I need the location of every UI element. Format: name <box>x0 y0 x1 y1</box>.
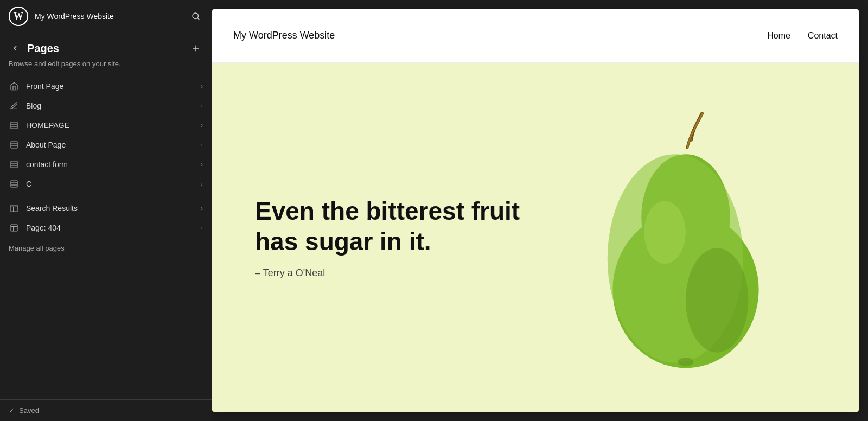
main-content: My WordPress Website Home Contact Even t… <box>212 9 859 412</box>
svg-point-3 <box>193 13 199 19</box>
saved-label: Saved <box>19 406 39 414</box>
manage-all-pages-link[interactable]: Manage all pages <box>0 238 212 259</box>
chevron-icon: › <box>201 161 203 168</box>
layout-icon <box>9 141 20 149</box>
page-item-front-page[interactable]: Front Page › <box>0 76 212 96</box>
svg-rect-7 <box>11 122 17 129</box>
svg-rect-10 <box>11 142 17 148</box>
list-divider <box>9 196 203 196</box>
page-item-contact-form[interactable]: contact form › <box>0 155 212 174</box>
chevron-icon: › <box>201 141 203 149</box>
check-icon: ✓ <box>9 406 15 414</box>
hero-text: Even the bitterest fruit has sugar in it… <box>255 196 816 278</box>
page-item-blog[interactable]: Blog › <box>0 96 212 116</box>
page-label: HOMEPAGE <box>26 121 194 130</box>
page-item-about[interactable]: About Page › <box>0 135 212 155</box>
page-label: About Page <box>26 141 194 149</box>
page-label: Blog <box>26 101 194 110</box>
page-item-search-results[interactable]: Search Results › <box>0 199 212 218</box>
site-name: My WordPress Website <box>233 30 335 41</box>
chevron-icon: › <box>201 82 203 90</box>
chevron-icon: › <box>201 102 203 110</box>
wordpress-logo: W <box>9 7 28 26</box>
layout-icon <box>9 180 20 188</box>
sidebar-footer: ✓ Saved <box>0 399 212 421</box>
layout-icon <box>9 121 20 130</box>
svg-rect-16 <box>11 181 17 187</box>
layout-icon <box>9 160 20 169</box>
back-button[interactable] <box>9 42 22 55</box>
svg-rect-22 <box>11 225 17 231</box>
home-icon <box>9 82 20 91</box>
page-label: contact form <box>26 160 194 169</box>
svg-point-30 <box>678 358 694 366</box>
svg-line-4 <box>197 18 199 20</box>
page-label: Search Results <box>26 204 194 213</box>
panel-title: Pages <box>27 42 183 55</box>
page-label: Front Page <box>26 82 194 91</box>
search-button[interactable] <box>189 9 203 23</box>
hero-quote: Even the bitterest fruit has sugar in it… <box>255 196 526 256</box>
pages-list: Front Page › Blog › HOMEPAGE <box>0 76 212 399</box>
chevron-icon: › <box>201 224 203 232</box>
page-item-c[interactable]: C › <box>0 174 212 194</box>
site-header: My WordPress Website Home Contact <box>212 9 859 63</box>
nav-home[interactable]: Home <box>767 31 790 41</box>
hero-section: Even the bitterest fruit has sugar in it… <box>212 63 859 412</box>
chevron-icon: › <box>201 180 203 188</box>
panel-description: Browse and edit pages on your site. <box>0 60 212 76</box>
chevron-icon: › <box>201 122 203 129</box>
chevron-icon: › <box>201 205 203 212</box>
add-page-button[interactable] <box>189 41 203 55</box>
hero-attribution: – Terry a O'Neal <box>255 267 816 279</box>
sidebar-topbar: W My WordPress Website <box>0 0 212 33</box>
page-label: C <box>26 180 194 188</box>
page-item-404[interactable]: Page: 404 › <box>0 218 212 238</box>
svg-rect-13 <box>11 161 17 168</box>
svg-rect-19 <box>11 205 17 212</box>
svg-text:W: W <box>14 11 23 22</box>
panel-header: Pages <box>0 33 212 60</box>
page-item-homepage[interactable]: HOMEPAGE › <box>0 116 212 135</box>
table-layout-icon <box>9 204 20 213</box>
page-label: Page: 404 <box>26 224 194 232</box>
site-navigation: Home Contact <box>767 31 838 41</box>
table-layout-icon <box>9 224 20 232</box>
nav-contact[interactable]: Contact <box>808 31 838 41</box>
pen-icon <box>9 101 20 110</box>
sidebar: W My WordPress Website Pages Browse and … <box>0 0 212 421</box>
sidebar-site-title: My WordPress Website <box>35 12 182 21</box>
